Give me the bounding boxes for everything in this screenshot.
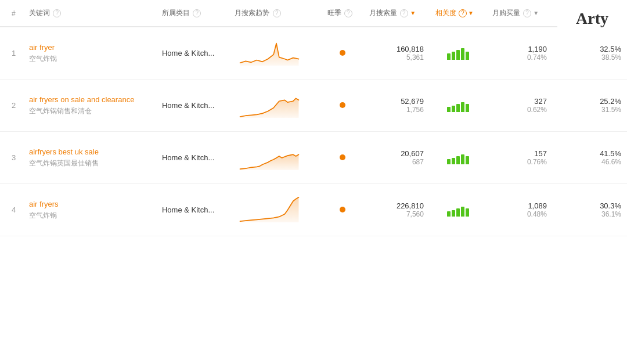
keyword-cell: air fryers 空气炸锅 <box>23 184 156 236</box>
purchase-bar <box>461 102 464 112</box>
buy-vol-cell: 157 0.76% <box>487 132 553 184</box>
purchase-bar <box>461 207 464 217</box>
buy-vol-main: 1,190 <box>492 45 547 53</box>
click-main: 41.5% <box>558 149 621 158</box>
category-cell: Home & Kitch... <box>156 132 229 184</box>
search-vol-cell: 226,810 7,560 <box>363 184 430 236</box>
table-row: 1 air fryer 空气炸锅 Home & Kitch... 160,818… <box>0 27 627 80</box>
search-vol-sort-icon: ▼ <box>410 10 416 16</box>
relevance-help-icon[interactable]: ? <box>459 9 467 17</box>
relevance-cell <box>430 132 487 184</box>
purchase-bar <box>466 156 469 164</box>
peak-cell <box>322 27 363 80</box>
click-sub: 38.5% <box>558 53 621 62</box>
keyword-en[interactable]: airfryers best uk sale <box>29 147 150 156</box>
peak-help-icon[interactable]: ? <box>344 9 352 17</box>
click-cell: 41.5% 46.6% <box>553 132 627 184</box>
buy-vol-pct: 0.76% <box>492 158 547 166</box>
col-relevance-header[interactable]: 相关度 ? ▼ <box>430 0 487 27</box>
click-sub: 31.5% <box>558 106 621 114</box>
peak-cell <box>322 184 363 236</box>
click-cell: 25.2% 31.5% <box>553 80 627 132</box>
click-main: 30.3% <box>558 201 621 210</box>
keyword-en[interactable]: air fryers <box>29 200 150 208</box>
purchase-bar <box>452 210 455 217</box>
col-search-vol-header[interactable]: 月搜索量 ? ▼ <box>363 0 430 27</box>
search-vol-main: 20,607 <box>369 149 424 158</box>
category-help-icon[interactable]: ? <box>193 9 201 17</box>
relevance-bars <box>435 47 481 60</box>
keyword-en[interactable]: air fryer <box>29 43 150 52</box>
keyword-cn: 空气炸锅 <box>29 211 150 221</box>
relevance-bars <box>435 204 481 217</box>
col-buy-vol-header[interactable]: 月购买量 ? ▼ <box>487 0 553 27</box>
keyword-cn: 空气炸锅销售和清仓 <box>29 106 150 116</box>
rank-cell: 1 <box>0 27 23 80</box>
trend-cell <box>229 184 321 236</box>
purchase-bar <box>447 211 451 217</box>
search-vol-cell: 52,679 1,756 <box>363 80 430 132</box>
search-vol-sub: 7,560 <box>369 210 424 218</box>
purchase-bar <box>466 104 469 112</box>
purchase-bar <box>452 106 455 112</box>
click-main: 25.2% <box>558 97 621 106</box>
buy-vol-cell: 1,089 0.48% <box>487 184 553 236</box>
trend-cell <box>229 132 321 184</box>
col-keyword-header: 关键词 ? <box>23 0 156 27</box>
buy-vol-main: 327 <box>492 97 547 106</box>
purchase-bar <box>466 208 469 217</box>
search-vol-main: 226,810 <box>369 201 424 210</box>
search-vol-sub: 687 <box>369 158 424 166</box>
keyword-cn: 空气炸锅 <box>29 54 150 64</box>
click-sub: 36.1% <box>558 210 621 218</box>
keyword-en[interactable]: air fryers on sale and clearance <box>29 95 150 104</box>
purchase-bar <box>447 107 451 112</box>
purchase-bar <box>456 50 460 60</box>
buy-vol-pct: 0.48% <box>492 210 547 218</box>
search-vol-main: 160,818 <box>369 45 424 53</box>
click-main: 32.5% <box>558 45 621 53</box>
buy-vol-pct: 0.74% <box>492 53 547 62</box>
category-cell: Home & Kitch... <box>156 27 229 80</box>
col-peak-header: 旺季 ? <box>322 0 363 27</box>
purchase-bar <box>447 53 451 60</box>
purchase-bar <box>466 52 469 60</box>
keyword-cell: air fryers on sale and clearance 空气炸锅销售和… <box>23 80 156 132</box>
search-vol-cell: 20,607 687 <box>363 132 430 184</box>
keyword-cell: airfryers best uk sale 空气炸锅英国最佳销售 <box>23 132 156 184</box>
trend-help-icon[interactable]: ? <box>273 9 281 17</box>
buy-vol-cell: 1,190 0.74% <box>487 27 553 80</box>
watermark-text: Arty <box>576 9 608 28</box>
buy-vol-help-icon[interactable]: ? <box>523 9 531 17</box>
rank-cell: 3 <box>0 132 23 184</box>
table-row: 2 air fryers on sale and clearance 空气炸锅销… <box>0 80 627 132</box>
click-cell: 30.3% 36.1% <box>553 184 627 236</box>
search-vol-main: 52,679 <box>369 97 424 106</box>
purchase-bar <box>447 159 451 164</box>
click-sub: 46.6% <box>558 158 621 166</box>
search-vol-cell: 160,818 5,361 <box>363 27 430 80</box>
buy-vol-main: 1,089 <box>492 201 547 210</box>
buy-vol-cell: 327 0.62% <box>487 80 553 132</box>
peak-cell <box>322 80 363 132</box>
purchase-bar <box>461 154 464 164</box>
peak-cell <box>322 132 363 184</box>
purchase-bar <box>456 156 460 164</box>
category-label: Home & Kitch... <box>162 49 214 57</box>
keyword-help-icon[interactable]: ? <box>53 9 61 17</box>
purchase-bar <box>452 52 455 60</box>
purchase-bar <box>456 104 460 112</box>
purchase-bar <box>452 158 455 164</box>
keywords-table: # 关键词 ? 所属类目 ? 月搜索趋势 ? 旺季 ? <box>0 0 627 236</box>
relevance-cell <box>430 80 487 132</box>
table-header-row: # 关键词 ? 所属类目 ? 月搜索趋势 ? 旺季 ? <box>0 0 627 27</box>
buy-vol-sort-icon: ▼ <box>533 10 539 16</box>
category-label: Home & Kitch... <box>162 206 214 214</box>
search-vol-help-icon[interactable]: ? <box>400 9 408 17</box>
purchase-bar <box>461 48 464 60</box>
relevance-sort-icon: ▼ <box>468 10 474 16</box>
search-vol-sub: 5,361 <box>369 53 424 62</box>
category-label: Home & Kitch... <box>162 153 214 162</box>
table-row: 4 air fryers 空气炸锅 Home & Kitch... 226,81… <box>0 184 627 236</box>
category-cell: Home & Kitch... <box>156 80 229 132</box>
